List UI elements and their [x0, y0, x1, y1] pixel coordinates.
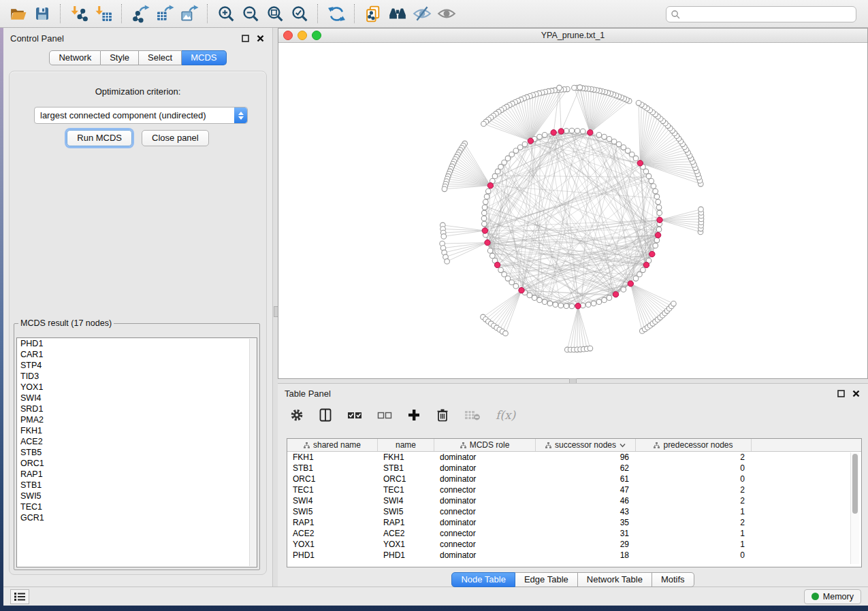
column-header-name[interactable]: name — [378, 439, 434, 451]
table-row[interactable]: ACE2ACE2connector311 — [287, 528, 861, 539]
mcds-node-item[interactable]: STB1 — [17, 480, 257, 491]
network-window-titlebar[interactable]: YPA_prune.txt_1 — [278, 29, 867, 43]
table-row[interactable]: RAP1RAP1dominator352 — [287, 517, 861, 528]
node-table[interactable]: shared namenameMCDS rolesuccessor nodesp… — [287, 438, 862, 567]
float-icon — [837, 390, 845, 397]
deselect-all-button[interactable] — [377, 407, 392, 423]
cell-MCDS-role: connector — [434, 485, 536, 495]
cell-successor-nodes: 35 — [536, 518, 636, 527]
mcds-node-item[interactable]: YOX1 — [17, 382, 257, 393]
criterion-select[interactable]: largest connected component (undirected) — [34, 107, 248, 124]
network-search-field[interactable] — [666, 6, 856, 22]
cell-successor-nodes: 46 — [536, 496, 636, 506]
delete-column-button[interactable] — [436, 407, 449, 423]
duplicate-network-button[interactable] — [361, 3, 385, 24]
tab-edge-table[interactable]: Edge Table — [515, 572, 578, 587]
cell-name: PHD1 — [378, 550, 434, 560]
mcds-node-item[interactable]: FKH1 — [17, 425, 257, 436]
tab-network-table[interactable]: Network Table — [578, 572, 652, 587]
table-row[interactable]: YOX1YOX1connector291 — [287, 539, 861, 550]
close-icon — [257, 35, 264, 42]
mcds-node-item[interactable]: TID3 — [17, 371, 257, 382]
close-table-panel-button[interactable] — [850, 388, 861, 399]
table-row[interactable]: SWI5SWI5connector431 — [287, 506, 861, 517]
search-input[interactable] — [681, 7, 856, 21]
apply-function-button[interactable]: f(x) — [496, 407, 515, 423]
add-column-button[interactable] — [407, 407, 421, 423]
network-nodes[interactable] — [440, 85, 704, 352]
close-panel-button[interactable] — [255, 33, 266, 44]
mcds-result-list[interactable]: PHD1CAR1STP4TID3YOX1SWI4SRD1PMA2FKH1ACE2… — [16, 337, 257, 567]
search-network-button[interactable] — [385, 3, 410, 24]
column-header-successor-nodes[interactable]: successor nodes — [536, 439, 636, 451]
open-folder-icon — [9, 5, 27, 23]
mcds-node-item[interactable]: GCR1 — [17, 512, 257, 523]
tab-select[interactable]: Select — [139, 50, 182, 65]
show-hidden-button[interactable] — [434, 3, 459, 24]
scrollbar-thumb[interactable] — [852, 454, 858, 514]
table-row[interactable]: TEC1TEC1connector472 — [287, 484, 861, 495]
tab-style[interactable]: Style — [101, 50, 139, 65]
task-history-button[interactable] — [10, 589, 29, 604]
delete-table-icon — [464, 408, 481, 422]
cell-successor-nodes: 31 — [536, 529, 636, 538]
network-canvas[interactable] — [278, 43, 867, 378]
run-mcds-button[interactable]: Run MCDS — [67, 130, 132, 146]
tab-network[interactable]: Network — [49, 50, 101, 65]
table-row[interactable]: FKH1FKH1dominator962 — [287, 452, 861, 463]
float-panel-button[interactable] — [240, 33, 251, 44]
cell-MCDS-role: dominator — [434, 496, 536, 506]
table-row[interactable]: STB1STB1dominator620 — [287, 463, 861, 474]
control-panel: Control Panel NetworkStyleSelectMCDS Opt… — [3, 28, 273, 587]
cell-shared-name: ORC1 — [287, 474, 378, 484]
column-header-predecessor-nodes[interactable]: predecessor nodes — [636, 439, 752, 451]
memory-button[interactable]: Memory — [804, 589, 861, 604]
toolbar-separator — [121, 4, 123, 23]
zoom-out-button[interactable] — [238, 3, 263, 24]
mcds-node-item[interactable]: SWI4 — [17, 393, 257, 403]
refresh-button[interactable] — [324, 3, 349, 24]
hide-selected-button[interactable] — [410, 3, 434, 24]
mcds-node-item[interactable]: PHD1 — [17, 338, 257, 349]
table-row[interactable]: PHD1PHD1dominator180 — [287, 550, 861, 561]
delete-table-button[interactable] — [464, 407, 481, 423]
export-table-button[interactable] — [152, 3, 177, 24]
table-settings-button[interactable] — [290, 407, 304, 423]
table-row[interactable]: ORC1ORC1dominator610 — [287, 474, 861, 484]
split-table-view-button[interactable] — [319, 407, 332, 423]
close-panel-button-2[interactable]: Close panel — [142, 130, 209, 146]
mcds-node-item[interactable]: SWI5 — [17, 491, 257, 501]
mcds-node-item[interactable]: STP4 — [17, 360, 257, 371]
import-table-button[interactable] — [91, 3, 116, 24]
mcds-node-item[interactable]: RAP1 — [17, 469, 257, 480]
list-scrollbar[interactable] — [249, 339, 257, 566]
import-network-button[interactable] — [67, 3, 91, 24]
open-button[interactable] — [5, 3, 30, 24]
mcds-node-item[interactable]: ACE2 — [17, 436, 257, 447]
mcds-node-item[interactable]: PMA2 — [17, 414, 257, 425]
save-button[interactable] — [30, 3, 54, 24]
mcds-node-item[interactable]: TEC1 — [17, 501, 257, 512]
split-view-icon — [319, 408, 332, 422]
table-scrollbar[interactable] — [850, 452, 859, 564]
mcds-node-item[interactable]: ORC1 — [17, 458, 257, 469]
tab-node-table[interactable]: Node Table — [451, 572, 515, 587]
mcds-node-item[interactable]: CAR1 — [17, 349, 257, 360]
tab-mcds[interactable]: MCDS — [182, 50, 226, 65]
zoom-in-button[interactable] — [214, 3, 238, 24]
zoom-fit-button[interactable] — [263, 3, 287, 24]
cell-shared-name: STB1 — [287, 463, 378, 473]
mcds-node-item[interactable]: SRD1 — [17, 403, 257, 414]
zoom-selected-button[interactable] — [287, 3, 312, 24]
tab-motifs[interactable]: Motifs — [652, 572, 694, 587]
cell-successor-nodes: 18 — [536, 550, 636, 560]
mcds-node-item[interactable]: STB5 — [17, 447, 257, 458]
float-table-panel-button[interactable] — [835, 388, 846, 399]
select-all-button[interactable] — [347, 407, 362, 423]
export-image-button[interactable] — [177, 3, 202, 24]
export-network-button[interactable] — [128, 3, 152, 24]
column-header-shared-name[interactable]: shared name — [287, 439, 378, 451]
column-header-MCDS-role[interactable]: MCDS role — [434, 439, 536, 451]
desktop-wallpaper — [0, 606, 868, 611]
table-row[interactable]: SWI4SWI4dominator462 — [287, 495, 861, 506]
